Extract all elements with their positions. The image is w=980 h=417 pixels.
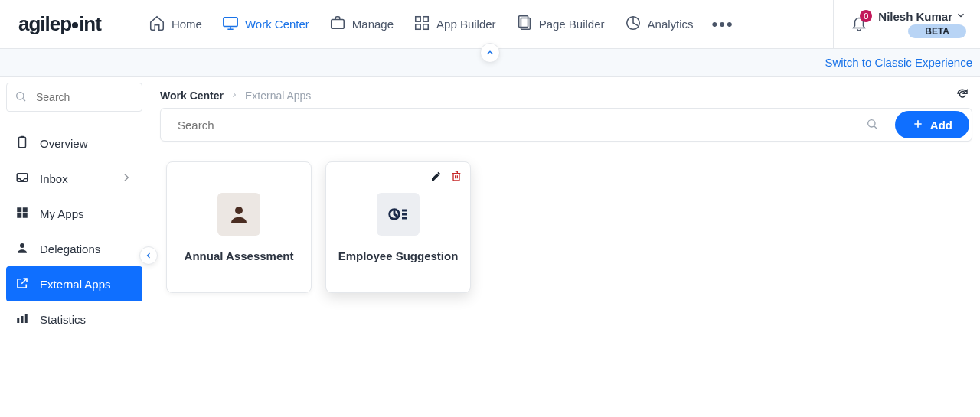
nav-manage[interactable]: Manage [328,11,395,37]
content-search-input[interactable] [176,118,860,132]
sidebar-item-delegations[interactable]: Delegations [6,231,142,266]
clipboard-icon [15,135,29,151]
svg-rect-5 [423,24,428,29]
sidebar-item-label: Overview [40,137,88,150]
home-icon [149,15,165,34]
beta-badge: BETA [908,24,966,38]
sidebar-item-label: Statistics [40,313,86,326]
chevron-down-icon [956,10,966,23]
content-area: Work Center External Apps Add [149,77,980,417]
nav-page-builder[interactable]: Page Builder [514,11,606,37]
grid-icon [413,15,430,34]
card-icon [217,193,260,236]
nav-label: Manage [352,18,394,31]
collapse-sidebar-button[interactable] [139,246,158,265]
sidebar-item-inbox[interactable]: Inbox [6,161,142,196]
svg-rect-11 [21,135,24,138]
nav-more[interactable]: ••• [712,15,734,34]
card-title: Employee Suggestion [338,249,459,262]
svg-rect-4 [416,24,420,29]
sidebar-list: Overview Inbox My Apps [6,125,142,337]
sidebar: Overview Inbox My Apps [0,77,149,417]
nav-label: Page Builder [539,18,605,31]
chart-icon [15,311,29,327]
classic-experience-link[interactable]: Switch to Classic Experience [825,56,972,69]
svg-rect-13 [17,207,21,212]
breadcrumb-leaf: External Apps [245,90,311,102]
svg-rect-16 [23,213,28,217]
breadcrumb: Work Center External Apps [160,87,969,103]
sidebar-item-label: External Apps [40,278,111,291]
user-name: Nilesh Kumar [878,10,952,23]
add-button-label: Add [930,119,952,132]
svg-rect-19 [21,316,24,323]
topbar-right: 0 Nilesh Kumar BETA [833,0,980,48]
sidebar-item-my-apps[interactable]: My Apps [6,196,142,231]
monitor-icon [222,15,239,34]
svg-rect-23 [453,174,459,181]
sidebar-search[interactable] [6,83,142,112]
apps-icon [15,206,29,222]
sidebar-item-statistics[interactable]: Statistics [6,301,142,337]
search-icon [866,118,878,132]
nav-analytics[interactable]: Analytics [623,11,695,37]
svg-rect-20 [25,314,28,323]
chevron-right-icon [230,90,239,102]
svg-point-9 [17,92,24,99]
bell-icon [851,21,867,34]
briefcase-icon [329,15,346,34]
card-icon [377,193,420,236]
card-actions [430,170,462,184]
pie-icon [625,15,642,34]
brand-logo: agilepint [18,12,101,36]
toolbar: Add [160,108,972,142]
sidebar-item-overview[interactable]: Overview [6,125,142,161]
sidebar-search-input[interactable] [34,90,172,104]
svg-point-21 [867,119,874,126]
nav-label: Analytics [648,18,694,31]
search-icon [15,90,27,105]
nav-home[interactable]: Home [147,11,204,37]
card-title: Annual Assessment [185,249,294,262]
svg-rect-10 [19,137,26,148]
sidebar-item-label: Inbox [40,172,68,185]
svg-point-17 [20,243,24,248]
user-block: Nilesh Kumar BETA [878,10,966,38]
nav-label: Home [172,18,202,31]
chevron-right-icon [119,171,133,187]
page-icon [516,15,533,34]
sidebar-item-label: Delegations [40,243,100,256]
svg-rect-14 [23,207,28,212]
notifications-button[interactable]: 0 [851,15,867,34]
collapse-nav-button[interactable] [480,43,500,63]
inbox-icon [15,171,29,187]
sidebar-item-external-apps[interactable]: External Apps [6,266,142,301]
svg-rect-1 [332,19,345,28]
plus-icon [912,118,924,132]
delete-button[interactable] [450,170,462,184]
top-bar: agilepint Home Work Center Manage App Bu… [0,0,980,49]
primary-nav: Home Work Center Manage App Builder Page… [147,11,734,37]
card-grid: Annual Assessment Employee Suggestion [160,142,972,313]
nav-work-center[interactable]: Work Center [220,11,311,37]
app-card-annual-assessment[interactable]: Annual Assessment [166,161,312,293]
svg-point-22 [235,207,243,214]
nav-app-builder[interactable]: App Builder [412,11,498,37]
external-link-icon [15,276,29,292]
svg-rect-0 [224,18,237,27]
edit-button[interactable] [430,170,443,184]
user-menu[interactable]: Nilesh Kumar [878,10,966,23]
notification-count: 0 [860,10,872,22]
person-icon [15,241,29,257]
content-search[interactable] [167,118,887,132]
svg-rect-3 [423,17,428,21]
svg-rect-2 [416,17,420,21]
refresh-button[interactable] [956,87,969,103]
nav-label: App Builder [436,18,496,31]
add-button[interactable]: Add [895,111,969,138]
sidebar-item-label: My Apps [40,207,84,220]
svg-rect-15 [17,213,21,217]
svg-rect-18 [17,318,19,323]
nav-label: Work Center [245,18,309,31]
app-card-employee-suggestion[interactable]: Employee Suggestion [325,161,471,293]
